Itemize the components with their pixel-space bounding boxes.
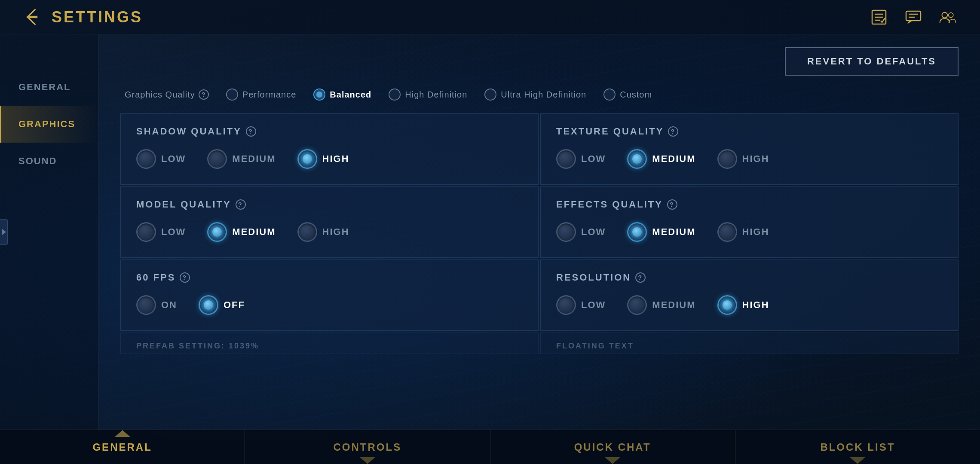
main-content: GENERAL GRAPHICS SOUND REVERT TO DEFAULT… bbox=[0, 34, 980, 430]
model-high-option[interactable]: HIGH bbox=[297, 222, 349, 242]
effects-high-radio[interactable] bbox=[717, 222, 737, 242]
effects-quality-title: EFFECTS QUALITY ? bbox=[556, 199, 943, 210]
fps-off-radio[interactable] bbox=[199, 295, 218, 315]
floating-text-text: FLOATING TEXT bbox=[556, 342, 943, 351]
texture-low-radio[interactable] bbox=[556, 149, 576, 169]
graphics-quality-balanced-radio[interactable] bbox=[313, 89, 325, 101]
settings-panel: REVERT TO DEFAULTS Graphics Quality ? Pe… bbox=[99, 34, 980, 430]
bottom-nav-block-list[interactable]: BLOCK LIST bbox=[735, 430, 980, 464]
shadow-high-option[interactable]: HIGH bbox=[297, 149, 349, 169]
friends-button[interactable] bbox=[937, 6, 959, 28]
sidebar-item-sound[interactable]: SOUND bbox=[0, 143, 98, 180]
graphics-quality-hd-radio[interactable] bbox=[389, 89, 401, 101]
model-quality-title-text: MODEL QUALITY bbox=[136, 199, 231, 210]
texture-medium-option[interactable]: MEDIUM bbox=[627, 149, 695, 169]
effects-low-radio[interactable] bbox=[556, 222, 576, 242]
effects-quality-help-icon[interactable]: ? bbox=[667, 199, 677, 210]
texture-high-radio[interactable] bbox=[717, 149, 737, 169]
shadow-medium-label: MEDIUM bbox=[232, 153, 276, 165]
side-panel-toggle[interactable] bbox=[0, 219, 8, 245]
app-container: SETTINGS bbox=[0, 0, 980, 464]
fps-off-option[interactable]: OFF bbox=[199, 295, 245, 315]
fps-on-radio[interactable] bbox=[136, 295, 156, 315]
graphics-quality-performance-option[interactable]: Performance bbox=[226, 89, 297, 101]
shadow-quality-card: SHADOW QUALITY ? LOW MEDIUM bbox=[120, 113, 539, 185]
bottom-nav-controls[interactable]: CONTROLS bbox=[245, 430, 490, 464]
shadow-high-label: HIGH bbox=[322, 153, 349, 165]
fps-title-text: 60 FPS bbox=[136, 272, 175, 283]
bottom-nav-quick-chat[interactable]: QUICK CHAT bbox=[490, 430, 735, 464]
bottom-nav-controls-label: CONTROLS bbox=[334, 441, 402, 453]
shadow-quality-help-icon[interactable]: ? bbox=[246, 126, 256, 137]
model-medium-option[interactable]: MEDIUM bbox=[207, 222, 276, 242]
effects-low-option[interactable]: LOW bbox=[556, 222, 606, 242]
resolution-high-option[interactable]: HIGH bbox=[717, 295, 769, 315]
back-chevron-icon bbox=[23, 7, 42, 27]
graphics-quality-uhd-radio[interactable] bbox=[484, 89, 496, 101]
effects-quality-options: LOW MEDIUM HIGH bbox=[556, 222, 943, 242]
bottom-nav-general-label: GENERAL bbox=[92, 441, 152, 453]
texture-low-label: LOW bbox=[581, 153, 606, 165]
resolution-low-option[interactable]: LOW bbox=[556, 295, 606, 315]
texture-quality-card: TEXTURE QUALITY ? LOW MEDIUM bbox=[540, 113, 959, 185]
model-low-option[interactable]: LOW bbox=[136, 222, 186, 242]
graphics-quality-performance-radio[interactable] bbox=[226, 89, 238, 101]
resolution-help-icon[interactable]: ? bbox=[635, 272, 646, 283]
graphics-quality-custom-label: Custom bbox=[620, 90, 652, 100]
graphics-quality-help-icon[interactable]: ? bbox=[199, 89, 209, 100]
resolution-card: RESOLUTION ? LOW MEDIUM bbox=[540, 259, 959, 331]
resolution-high-label: HIGH bbox=[742, 299, 769, 311]
resolution-low-radio[interactable] bbox=[556, 295, 576, 315]
graphics-quality-custom-option[interactable]: Custom bbox=[603, 89, 652, 101]
graphics-quality-hd-option[interactable]: High Definition bbox=[389, 89, 467, 101]
resolution-low-label: LOW bbox=[581, 299, 606, 311]
graphics-quality-balanced-option[interactable]: Balanced bbox=[313, 89, 371, 101]
shadow-quality-title: SHADOW QUALITY ? bbox=[136, 126, 523, 137]
resolution-high-radio[interactable] bbox=[717, 295, 737, 315]
shadow-high-radio[interactable] bbox=[297, 149, 317, 169]
sidebar-item-general[interactable]: GENERAL bbox=[0, 69, 98, 106]
header-icons bbox=[868, 6, 959, 28]
graphics-quality-custom-radio[interactable] bbox=[603, 89, 616, 101]
texture-quality-help-icon[interactable]: ? bbox=[668, 126, 678, 137]
fps-help-icon[interactable]: ? bbox=[180, 272, 190, 283]
texture-low-option[interactable]: LOW bbox=[556, 149, 606, 169]
shadow-low-option[interactable]: LOW bbox=[136, 149, 186, 169]
settings-grid: SHADOW QUALITY ? LOW MEDIUM bbox=[120, 113, 959, 331]
shadow-medium-option[interactable]: MEDIUM bbox=[207, 149, 276, 169]
bottom-nav-block-list-label: BLOCK LIST bbox=[820, 441, 895, 453]
resolution-medium-radio[interactable] bbox=[627, 295, 647, 315]
shadow-medium-radio[interactable] bbox=[207, 149, 227, 169]
revert-to-defaults-button[interactable]: REVERT TO DEFAULTS bbox=[785, 47, 959, 76]
model-quality-title: MODEL QUALITY ? bbox=[136, 199, 523, 210]
prefab-setting-text: PREFAB SETTING: 1039% bbox=[136, 342, 523, 351]
model-low-radio[interactable] bbox=[136, 222, 156, 242]
model-quality-help-icon[interactable]: ? bbox=[236, 199, 246, 210]
effects-quality-title-text: EFFECTS QUALITY bbox=[556, 199, 663, 210]
effects-high-option[interactable]: HIGH bbox=[717, 222, 769, 242]
resolution-options: LOW MEDIUM HIGH bbox=[556, 295, 943, 315]
texture-high-option[interactable]: HIGH bbox=[717, 149, 769, 169]
bottom-nav-general[interactable]: GENERAL bbox=[0, 430, 245, 464]
resolution-medium-option[interactable]: MEDIUM bbox=[627, 295, 695, 315]
fps-on-option[interactable]: ON bbox=[136, 295, 177, 315]
shadow-low-radio[interactable] bbox=[136, 149, 156, 169]
model-high-radio[interactable] bbox=[297, 222, 317, 242]
effects-medium-option[interactable]: MEDIUM bbox=[627, 222, 695, 242]
graphics-quality-uhd-label: Ultra High Definition bbox=[501, 90, 586, 100]
graphics-quality-label: Graphics Quality ? bbox=[125, 89, 209, 100]
sidebar-item-graphics[interactable]: GRAPHICS bbox=[0, 106, 98, 143]
texture-medium-radio[interactable] bbox=[627, 149, 647, 169]
texture-quality-options: LOW MEDIUM HIGH bbox=[556, 149, 943, 169]
effects-medium-radio[interactable] bbox=[627, 222, 647, 242]
model-low-label: LOW bbox=[161, 226, 186, 238]
page-title: SETTINGS bbox=[52, 8, 143, 26]
chat-button[interactable] bbox=[903, 6, 924, 28]
model-medium-radio[interactable] bbox=[207, 222, 227, 242]
graphics-quality-uhd-option[interactable]: Ultra High Definition bbox=[484, 89, 586, 101]
back-button[interactable] bbox=[21, 6, 43, 28]
checklist-button[interactable] bbox=[868, 6, 890, 28]
header-left: SETTINGS bbox=[21, 6, 143, 28]
sidebar: GENERAL GRAPHICS SOUND bbox=[0, 34, 99, 430]
texture-quality-title: TEXTURE QUALITY ? bbox=[556, 126, 943, 137]
